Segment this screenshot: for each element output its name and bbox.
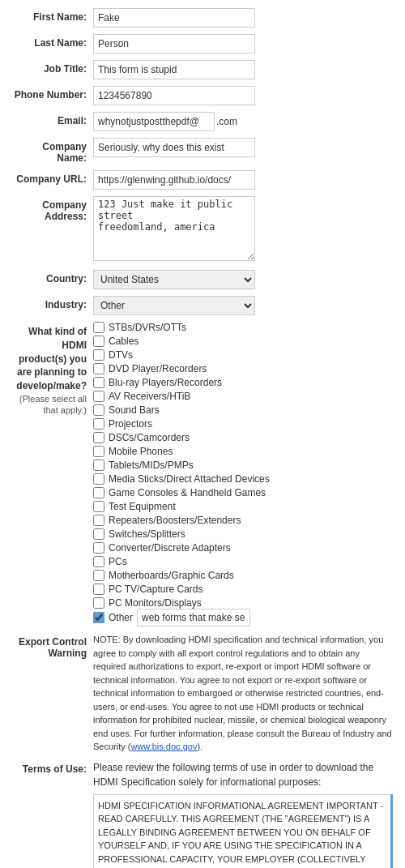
other-label: Other — [109, 612, 133, 623]
hdmi-product-item: Blu-ray Players/Recorders — [93, 377, 393, 388]
company-address-label: Company Address: — [12, 196, 93, 222]
export-warning-row: Export Control Warning NOTE: By download… — [12, 633, 393, 754]
hdmi-product-checkbox[interactable] — [93, 349, 104, 361]
hdmi-product-item: STBs/DVRs/OTTs — [93, 322, 393, 333]
country-label: Country: — [12, 270, 93, 284]
company-address-row: Company Address: — [12, 196, 393, 263]
hdmi-product-item: DSCs/Camcorders — [93, 432, 393, 443]
other-option-row: Other — [93, 609, 393, 626]
other-input[interactable] — [137, 609, 250, 626]
hdmi-product-label: Sound Bars — [109, 404, 160, 416]
email-row: Email: .com — [12, 112, 393, 131]
hdmi-products-row: What kind of HDMI product(s) you are pla… — [12, 322, 393, 626]
hdmi-product-label: STBs/DVRs/OTTs — [109, 322, 186, 333]
company-address-field — [93, 196, 393, 263]
phone-number-field — [93, 86, 393, 105]
country-select[interactable]: United StatesCanadaUnited KingdomOther — [93, 270, 255, 289]
hdmi-product-label: Projectors — [109, 418, 152, 430]
hdmi-products-field: STBs/DVRs/OTTsCablesDTVsDVD Player/Recor… — [93, 322, 393, 626]
hdmi-product-item: DTVs — [93, 349, 393, 361]
industry-select[interactable]: OtherConsumer ElectronicsComputingMobile — [93, 296, 255, 315]
hdmi-product-checkbox[interactable] — [93, 404, 104, 416]
hdmi-product-item: Tablets/MIDs/PMPs — [93, 460, 393, 471]
last-name-label: Last Name: — [12, 34, 93, 49]
hdmi-product-label: Tablets/MIDs/PMPs — [109, 460, 194, 471]
hdmi-product-item: Media Sticks/Direct Attached Devices — [93, 473, 393, 485]
hdmi-product-item: PC TV/Capture Cards — [93, 584, 393, 595]
hdmi-product-label: Converter/Discrete Adapters — [109, 542, 231, 554]
other-checkbox[interactable] — [93, 612, 104, 623]
hdmi-product-item: Motherboards/Graphic Cards — [93, 570, 393, 581]
export-warning-content: NOTE: By downloading HDMI specification … — [93, 633, 393, 754]
email-input-group: .com — [93, 112, 393, 131]
hdmi-product-checkbox[interactable] — [93, 515, 104, 526]
hdmi-product-label: PCs — [109, 556, 127, 567]
hdmi-product-label: Game Consoles & Handheld Games — [109, 487, 266, 498]
hdmi-product-item: AV Receivers/HTiB — [93, 391, 393, 402]
hdmi-product-checkbox[interactable] — [93, 418, 104, 430]
last-name-input[interactable] — [93, 34, 255, 53]
phone-number-row: Phone Number: — [12, 86, 393, 105]
hdmi-product-label: DSCs/Camcorders — [109, 432, 190, 443]
hdmi-product-label: PC TV/Capture Cards — [109, 584, 203, 595]
hdmi-product-label: Media Sticks/Direct Attached Devices — [109, 473, 270, 485]
first-name-row: First Name: — [12, 8, 393, 28]
hdmi-product-checkbox[interactable] — [93, 446, 104, 457]
hdmi-product-label: Motherboards/Graphic Cards — [109, 570, 234, 581]
hdmi-product-checkbox[interactable] — [93, 363, 104, 374]
hdmi-product-label: Cables — [109, 336, 139, 347]
hdmi-product-checkbox[interactable] — [93, 487, 104, 498]
hdmi-product-checkbox[interactable] — [93, 528, 104, 540]
company-name-input[interactable] — [93, 138, 255, 157]
hdmi-product-label: Test Equipment — [109, 501, 176, 512]
company-url-row: Company URL: — [12, 170, 393, 190]
phone-number-input[interactable] — [93, 86, 255, 105]
company-name-field — [93, 138, 393, 157]
bis-link[interactable]: www.bis.doc.gov — [130, 742, 197, 751]
first-name-input[interactable] — [93, 8, 255, 28]
terms-content: Please review the following terms of use… — [93, 760, 393, 869]
hdmi-product-label: Switches/Splitters — [109, 528, 185, 540]
job-title-input[interactable] — [93, 60, 255, 79]
hdmi-product-checkbox[interactable] — [93, 597, 104, 609]
hdmi-product-item: Sound Bars — [93, 404, 393, 416]
hdmi-product-checkbox[interactable] — [93, 460, 104, 471]
country-field: United StatesCanadaUnited KingdomOther — [93, 270, 393, 289]
hdmi-product-label: Mobile Phones — [109, 446, 173, 457]
hdmi-product-item: Test Equipment — [93, 501, 393, 512]
hdmi-product-checkbox[interactable] — [93, 501, 104, 512]
industry-label: Industry: — [12, 296, 93, 310]
hdmi-product-item: Mobile Phones — [93, 446, 393, 457]
job-title-label: Job Title: — [12, 60, 93, 75]
hdmi-product-checkbox[interactable] — [93, 473, 104, 485]
hdmi-product-label: PC Monitors/Displays — [109, 597, 202, 609]
hdmi-product-item: PCs — [93, 556, 393, 567]
hdmi-product-checkbox[interactable] — [93, 556, 104, 567]
first-name-field — [93, 8, 393, 28]
hdmi-product-checkbox[interactable] — [93, 432, 104, 443]
hdmi-product-label: AV Receivers/HTiB — [109, 391, 190, 402]
hdmi-product-checkbox[interactable] — [93, 542, 104, 554]
company-url-input[interactable] — [93, 170, 255, 190]
hdmi-product-checkbox[interactable] — [93, 336, 104, 347]
hdmi-product-checkbox[interactable] — [93, 570, 104, 581]
hdmi-product-checkbox[interactable] — [93, 391, 104, 402]
company-url-field — [93, 170, 393, 190]
terms-row: Terms of Use: Please review the followin… — [12, 760, 393, 869]
terms-scroll-area[interactable]: HDMI SPECIFICATION INFORMATIONAL AGREEME… — [93, 794, 393, 869]
export-warning-label: Export Control Warning — [12, 633, 93, 659]
hdmi-product-checkbox[interactable] — [93, 584, 104, 595]
hdmi-products-label: What kind of HDMI product(s) you are pla… — [12, 322, 93, 416]
email-field: .com — [93, 112, 393, 131]
hdmi-product-checkbox[interactable] — [93, 377, 104, 388]
hdmi-products-list: STBs/DVRs/OTTsCablesDTVsDVD Player/Recor… — [93, 322, 393, 609]
terms-intro: Please review the following terms of use… — [93, 760, 393, 789]
company-address-input[interactable] — [93, 196, 255, 261]
hdmi-product-item: Switches/Splitters — [93, 528, 393, 540]
hdmi-product-checkbox[interactable] — [93, 322, 104, 333]
industry-row: Industry: OtherConsumer ElectronicsCompu… — [12, 296, 393, 315]
company-name-label: Company Name: — [12, 138, 93, 164]
hdmi-product-item: Cables — [93, 336, 393, 347]
terms-label: Terms of Use: — [12, 760, 93, 775]
email-input[interactable] — [93, 112, 215, 131]
